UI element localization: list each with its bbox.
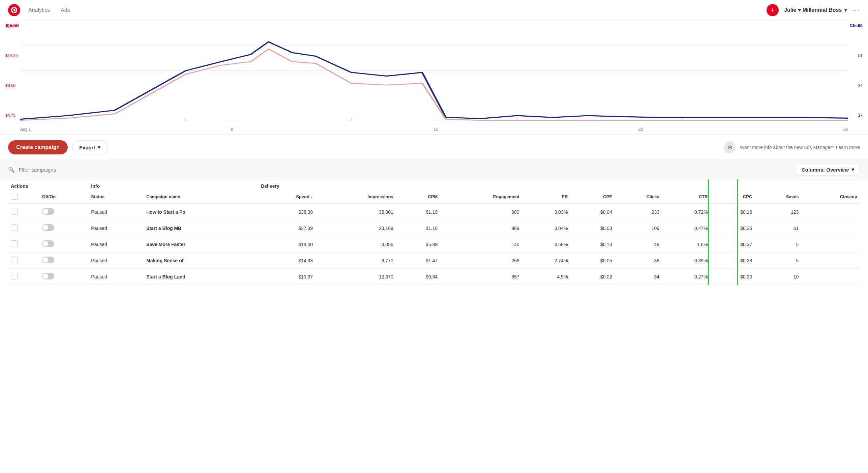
x-label-3: 22 xyxy=(638,127,643,132)
row-closeup xyxy=(801,204,860,220)
row-cpe: $0.02 xyxy=(570,269,615,285)
table-row: Paused Making Sense of $14.33 9,770 $1.4… xyxy=(8,253,860,269)
col-clicks[interactable]: Clicks xyxy=(615,190,662,204)
row-saves: 61 xyxy=(755,220,801,236)
row-toggle[interactable] xyxy=(39,220,89,236)
col-er[interactable]: ER xyxy=(522,190,571,204)
x-label-2: 15 xyxy=(433,127,438,132)
col-saves[interactable]: Saves xyxy=(755,190,801,204)
export-chevron-icon: ▾ xyxy=(98,144,100,150)
more-options-button[interactable]: ··· xyxy=(852,6,860,14)
clicks-line xyxy=(20,42,848,119)
y-label-right-1: 51 xyxy=(858,53,863,58)
row-clicks: 49 xyxy=(615,236,662,253)
row-cpc: $0.37 xyxy=(711,236,755,253)
nav-analytics[interactable]: Analytics xyxy=(28,6,50,14)
row-checkbox[interactable] xyxy=(8,220,39,236)
row-toggle[interactable] xyxy=(39,236,89,253)
x-label-4: 29 xyxy=(843,127,848,132)
row-status: Paused xyxy=(88,204,144,220)
row-toggle[interactable] xyxy=(39,269,89,285)
y-label-right-0: 68 xyxy=(858,24,863,28)
row-name[interactable]: Making Sense of xyxy=(144,253,258,269)
actions-header: Actions xyxy=(8,179,88,190)
select-all-checkbox[interactable] xyxy=(11,193,18,200)
row-impressions: 32,301 xyxy=(316,204,396,220)
columns-overview-button[interactable]: Columns: Overview ▾ xyxy=(796,164,860,176)
col-spend[interactable]: Spend ↓ xyxy=(258,190,316,204)
col-cpm[interactable]: CPM xyxy=(396,190,441,204)
table-row: Paused Save More Faster $18.00 3,056 $5.… xyxy=(8,236,860,253)
user-name: Julie ♥ Millennial Boss xyxy=(784,7,842,13)
row-name[interactable]: Start a Blog Land xyxy=(144,269,258,285)
export-label: Export xyxy=(79,145,95,150)
nav-ads[interactable]: Ads xyxy=(61,6,70,14)
filter-campaigns-input[interactable] xyxy=(19,167,792,173)
table-row: Paused How to Start a Po $38.38 32,301 $… xyxy=(8,204,860,220)
chart-y-axis-left: $19.00 $14.25 $9.50 $4.75 xyxy=(5,20,18,121)
create-campaign-button[interactable]: Create campaign xyxy=(8,140,68,154)
row-name[interactable]: How to Start a Po xyxy=(144,204,258,220)
row-ctr: 0.27% xyxy=(662,269,711,285)
chart-svg-area xyxy=(20,20,848,121)
row-closeup xyxy=(801,220,860,236)
row-toggle[interactable] xyxy=(39,253,89,269)
row-checkbox[interactable] xyxy=(8,236,39,253)
y-label-right-3: 17 xyxy=(858,113,863,118)
row-saves: 5 xyxy=(755,253,801,269)
row-spend: $27.39 xyxy=(258,220,316,236)
col-cpc[interactable]: CPC xyxy=(711,190,755,204)
col-cpe[interactable]: CPE xyxy=(570,190,615,204)
table-row: Paused Start a Blog MB $27.39 23,169 $1.… xyxy=(8,220,860,236)
col-impressions[interactable]: Impressions xyxy=(316,190,396,204)
row-er: 4.5% xyxy=(522,269,571,285)
row-checkbox[interactable] xyxy=(8,204,39,220)
col-closeup[interactable]: Closeup xyxy=(801,190,860,204)
row-closeup xyxy=(801,253,860,269)
col-engagement[interactable]: Engagement xyxy=(440,190,522,204)
row-engagement: 557 xyxy=(440,269,522,285)
row-closeup xyxy=(801,236,860,253)
row-cpc: $0.30 xyxy=(711,269,755,285)
col-ctr[interactable]: CTR xyxy=(662,190,711,204)
row-ctr: 0.39% xyxy=(662,253,711,269)
columns-label: Columns: Overview xyxy=(802,167,849,173)
user-menu[interactable]: Julie ♥ Millennial Boss ▾ xyxy=(784,7,847,13)
y-label-left-0: $19.00 xyxy=(5,24,18,28)
row-name[interactable]: Save More Faster xyxy=(144,236,258,253)
add-button[interactable]: + xyxy=(767,4,779,16)
chart-x-axis: Aug 1 8 15 22 29 xyxy=(20,127,848,132)
app-header: Analytics Ads + Julie ♥ Millennial Boss … xyxy=(0,0,868,20)
user-dropdown-icon: ▾ xyxy=(844,7,847,13)
row-cpm: $5.89 xyxy=(396,236,441,253)
pinterest-logo[interactable] xyxy=(8,4,20,16)
analytics-chart: Spend Clicks $19.00 $14.25 $9.50 $4.75 6… xyxy=(0,20,868,135)
row-toggle[interactable] xyxy=(39,204,89,220)
row-cpe: $0.05 xyxy=(570,253,615,269)
row-cpe: $0.03 xyxy=(570,220,615,236)
spend-line xyxy=(20,49,848,120)
row-saves: 10 xyxy=(755,269,801,285)
row-cpc: $0.16 xyxy=(711,204,755,220)
filter-bar: 🔍 Columns: Overview ▾ xyxy=(0,160,868,179)
row-ctr: 0.47% xyxy=(662,220,711,236)
row-closeup xyxy=(801,269,860,285)
row-name[interactable]: Start a Blog MB xyxy=(144,220,258,236)
compass-icon: ⊕ xyxy=(724,141,736,153)
row-spend: $18.00 xyxy=(258,236,316,253)
row-ctr: 0.72% xyxy=(662,204,711,220)
learn-more-text[interactable]: Want more info about the new Ads Manager… xyxy=(740,145,860,150)
row-engagement: 268 xyxy=(440,253,522,269)
chart-graph xyxy=(20,20,848,121)
row-cpc: $0.38 xyxy=(711,253,755,269)
row-er: 4.58% xyxy=(522,236,571,253)
row-impressions: 12,370 xyxy=(316,269,396,285)
row-er: 3.84% xyxy=(522,220,571,236)
col-toggle: Off/On xyxy=(39,190,89,204)
row-status: Paused xyxy=(88,253,144,269)
row-checkbox[interactable] xyxy=(8,269,39,285)
row-cpc: $0.25 xyxy=(711,220,755,236)
row-checkbox[interactable] xyxy=(8,253,39,269)
export-button[interactable]: Export ▾ xyxy=(72,140,108,154)
row-cpe: $0.04 xyxy=(570,204,615,220)
